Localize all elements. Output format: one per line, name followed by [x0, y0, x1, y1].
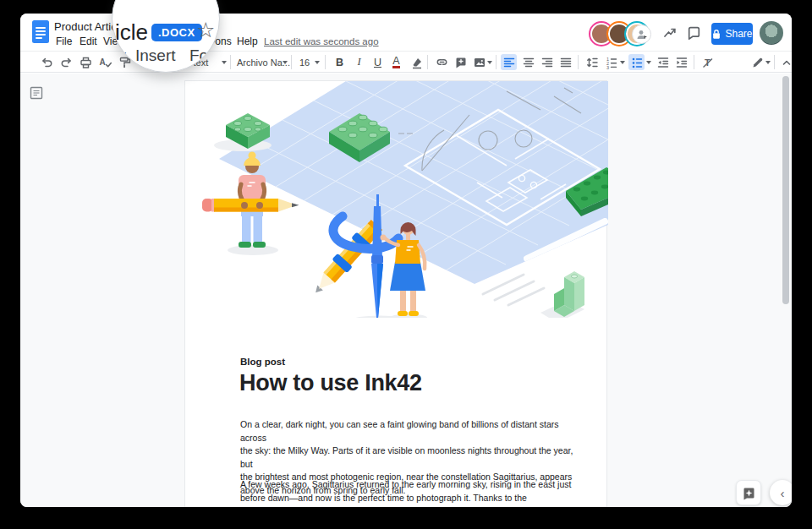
highlight-color-button[interactable] — [409, 54, 425, 70]
blueprint-illustration — [185, 81, 608, 318]
numbered-list-arrow[interactable] — [620, 61, 625, 64]
redo-button[interactable] — [58, 54, 74, 70]
person-cursor-icon — [636, 29, 648, 41]
lens-docx-badge: .DOCX — [151, 24, 202, 41]
align-left-button[interactable] — [501, 54, 517, 70]
bulleted-list-arrow[interactable] — [646, 61, 651, 64]
share-label: Share — [725, 28, 752, 40]
menu-file[interactable]: File — [56, 35, 72, 47]
align-justify-button[interactable] — [557, 54, 573, 70]
open-comments-icon[interactable] — [685, 25, 702, 41]
lock-icon — [711, 29, 721, 40]
screenshot-stage: Product Article .DOCX ☆ File Edit View I… — [0, 0, 812, 529]
activity-trend-icon[interactable] — [661, 25, 678, 41]
bold-button[interactable]: B — [332, 54, 348, 70]
insert-image-button[interactable] — [471, 54, 487, 70]
profile-avatar[interactable] — [760, 21, 783, 45]
font-size-dropdown[interactable]: 16 — [299, 54, 310, 70]
align-right-button[interactable] — [539, 54, 555, 70]
side-panel-toggle[interactable]: ‹ — [770, 480, 792, 505]
post-title: How to use Ink42 — [239, 370, 422, 396]
giant-pencil-horizontal — [202, 199, 299, 212]
increase-indent-button[interactable] — [673, 54, 689, 70]
show-outline-button[interactable] — [30, 86, 43, 100]
font-size-arrow[interactable] — [315, 61, 320, 64]
decrease-indent-button[interactable] — [655, 54, 671, 70]
anonymous-viewer-avatar[interactable] — [632, 25, 651, 44]
spellcheck-button[interactable]: A — [97, 54, 113, 70]
menu-edit[interactable]: Edit — [80, 35, 97, 47]
line-spacing-button[interactable] — [584, 54, 600, 70]
person-left-shadow — [228, 245, 278, 255]
google-docs-window: Product Article .DOCX ☆ File Edit View I… — [20, 14, 792, 507]
svg-text:A: A — [100, 57, 106, 67]
menu-help[interactable]: Help — [237, 35, 258, 47]
underline-button[interactable]: U — [370, 54, 386, 70]
last-edit-link[interactable]: Last edit was seconds ago — [264, 36, 379, 46]
styles-dropdown-arrow[interactable] — [222, 61, 227, 64]
svg-text:3: 3 — [606, 64, 609, 69]
document-canvas: Blog post How to use Ink42 On a clear, d… — [20, 74, 792, 507]
insert-image-arrow[interactable] — [487, 61, 492, 64]
chevron-left-icon: ‹ — [781, 486, 785, 500]
add-comment-button[interactable] — [453, 54, 469, 70]
numbered-list-button[interactable]: 123 — [603, 54, 619, 70]
document-page[interactable]: Blog post How to use Ink42 On a clear, d… — [184, 80, 607, 507]
lens-title-fragment: icle — [115, 19, 148, 46]
lens-menu-insert: Insert — [135, 46, 176, 65]
text-color-button[interactable]: A — [388, 54, 404, 70]
explore-icon — [742, 486, 756, 500]
paragraph-2: A few weeks ago, Sagittarius returned to… — [240, 478, 579, 504]
post-kicker: Blog post — [240, 357, 285, 367]
collapse-toolbar-button[interactable] — [778, 54, 792, 70]
share-button[interactable]: Share — [711, 23, 753, 45]
editing-mode-button[interactable] — [749, 54, 765, 70]
vertical-scrollbar[interactable] — [782, 76, 789, 304]
align-center-button[interactable] — [520, 54, 536, 70]
insert-link-button[interactable] — [434, 54, 450, 70]
lens-star-icon: ☆ — [196, 18, 215, 42]
bulleted-list-button[interactable] — [628, 54, 645, 70]
print-button[interactable] — [78, 54, 94, 70]
clear-formatting-button[interactable]: T — [700, 54, 716, 70]
explore-button[interactable] — [736, 480, 761, 505]
editing-mode-arrow[interactable] — [765, 61, 771, 64]
undo-button[interactable] — [39, 54, 55, 70]
italic-button[interactable]: I — [351, 54, 367, 70]
font-family-arrow[interactable] — [283, 61, 288, 64]
